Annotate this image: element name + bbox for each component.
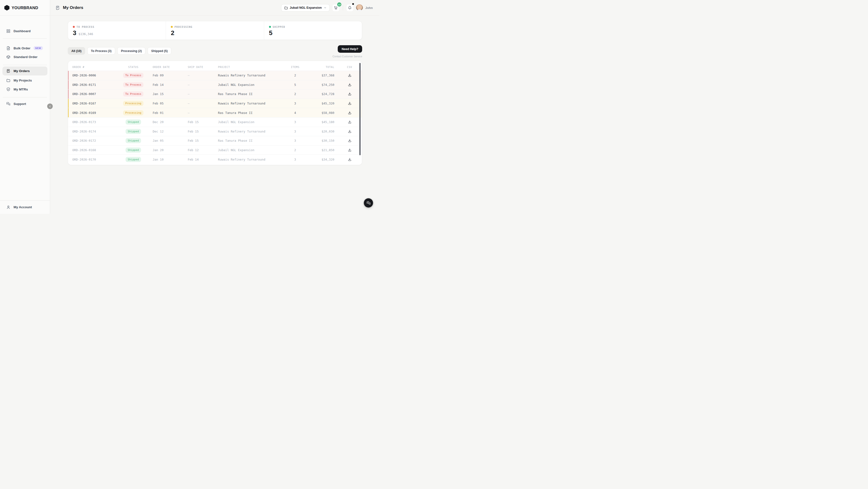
status-cell: To Process [119, 91, 148, 97]
cart-count-badge: 13 [337, 2, 341, 6]
order-date: Feb 14 [148, 83, 183, 87]
brand-logo: YOURBRAND [0, 0, 50, 16]
order-number: ORD-2026-0171 [68, 83, 119, 87]
order-total: $24,728 [305, 92, 341, 96]
table-scrollbar[interactable] [359, 63, 361, 155]
app-window: YOURBRAND Dashboard Bulk Order NEW [0, 0, 379, 214]
status-cell: Shipped [119, 129, 148, 134]
ship-date: Feb 15 [183, 120, 213, 124]
cart-button[interactable]: 13 [332, 4, 340, 11]
sidebar-item-standard-order[interactable]: Standard Order [0, 53, 50, 61]
status-badge: To Process [123, 91, 144, 97]
sidebar-item-support[interactable]: Support [0, 100, 50, 108]
items-count: 4 [285, 111, 305, 115]
chat-fab-button[interactable] [364, 198, 373, 207]
items-count: 3 [285, 130, 305, 133]
csv-download-button[interactable] [346, 82, 353, 88]
csv-download-button[interactable] [346, 72, 353, 78]
status-badge: To Process [123, 73, 144, 78]
ship-date: – [183, 111, 213, 115]
col-order: ORDER # [68, 66, 119, 68]
sidebar: YOURBRAND Dashboard Bulk Order NEW [0, 0, 50, 214]
csv-download-button[interactable] [346, 128, 353, 134]
sidebar-item-my-account[interactable]: My Account [0, 200, 50, 214]
items-count: 3 [285, 102, 305, 105]
tab-shipped[interactable]: Shipped (5) [148, 47, 171, 55]
sidebar-item-my-orders[interactable]: My Orders [2, 66, 48, 75]
sidebar-item-label: Bulk Order [13, 46, 30, 50]
shield-check-icon [6, 87, 10, 91]
status-cell: Shipped [119, 138, 148, 143]
tab-to-process[interactable]: To Process (3) [87, 47, 115, 55]
status-cell: Shipped [119, 148, 148, 153]
grid-icon [6, 29, 10, 33]
status-dot-green [269, 26, 271, 28]
csv-download-button[interactable] [346, 138, 353, 144]
sidebar-item-label: Support [13, 102, 26, 106]
csv-download-button[interactable] [346, 109, 353, 116]
sidebar-item-my-mtrs[interactable]: My MTRs [0, 85, 50, 93]
status-cell: Processing [119, 110, 148, 116]
order-total: $20,030 [305, 130, 341, 133]
project-selector[interactable]: Jubail NGL Expansion [281, 4, 330, 11]
ship-date: Feb 15 [183, 130, 213, 133]
cart-icon [334, 6, 338, 10]
folder-icon [284, 6, 288, 10]
table-row[interactable]: ORD-2026-0171 To Process Feb 14 – Jubail… [68, 80, 362, 90]
download-icon [348, 139, 351, 142]
download-icon [348, 158, 351, 161]
project-name: Jubail NGL Expansion [213, 120, 285, 124]
col-csv: CSV [341, 66, 362, 68]
table-row[interactable]: ORD-2026-0170 Shipped Jan 10 Feb 14 Ruwa… [68, 155, 362, 164]
messages-icon [6, 102, 10, 106]
table-row[interactable]: ORD-2026-0172 Shipped Jan 05 Feb 15 Ras … [68, 136, 362, 145]
download-icon [348, 111, 351, 115]
table-row[interactable]: ORD-2026-0168 Shipped Jan 20 Feb 12 Juba… [68, 145, 362, 155]
table-row[interactable]: ORD-2026-0007 To Process Jan 15 – Ras Ta… [68, 89, 362, 99]
table-row[interactable]: ORD-2026-0006 To Process Feb 09 – Ruwais… [68, 71, 362, 80]
content: TO PROCESS 3 $136,346 PROCESSING 2 [50, 16, 379, 165]
avatar[interactable] [356, 4, 363, 11]
csv-download-button[interactable] [346, 156, 353, 163]
stat-shipped: SHIPPED 5 [264, 21, 362, 40]
items-count: 2 [285, 92, 305, 96]
ship-date: – [183, 92, 213, 96]
table-row[interactable]: ORD-2026-0173 Shipped Dec 20 Feb 15 Juba… [68, 117, 362, 127]
project-name: Ras Tanura Phase II [213, 139, 285, 142]
items-count: 3 [285, 139, 305, 142]
chevron-down-icon [324, 6, 327, 9]
tab-processing[interactable]: Processing (2) [117, 47, 145, 55]
csv-download-button[interactable] [346, 119, 353, 125]
ship-date: Feb 14 [183, 158, 213, 161]
order-number: ORD-2026-0169 [68, 111, 119, 115]
table-row[interactable]: ORD-2026-0167 Processing Feb 05 – Ruwais… [68, 99, 362, 108]
sidebar-collapse-button[interactable] [47, 103, 53, 109]
notifications-button[interactable] [346, 4, 354, 11]
main-area: My Orders Jubail NGL Expansion 13 [50, 0, 379, 214]
csv-download-button[interactable] [346, 91, 353, 97]
user-icon [6, 205, 10, 209]
download-icon [348, 102, 351, 105]
items-count: 2 [285, 148, 305, 152]
csv-download-button[interactable] [346, 100, 353, 107]
ship-date: – [183, 73, 213, 77]
order-total: $30,150 [305, 139, 341, 142]
sidebar-item-bulk-order[interactable]: Bulk Order NEW [0, 44, 50, 52]
csv-download-button[interactable] [346, 147, 353, 153]
project-name: Ruwais Refinery Turnaround [213, 130, 285, 133]
sidebar-item-dashboard[interactable]: Dashboard [0, 27, 50, 35]
sidebar-item-my-projects[interactable]: My Projects [0, 76, 50, 85]
order-total: $45,320 [305, 102, 341, 105]
tab-all[interactable]: All (10) [68, 47, 85, 55]
items-count: 5 [285, 83, 305, 87]
project-name: Ruwais Refinery Turnaround [213, 102, 285, 105]
sidebar-item-label: Standard Order [13, 55, 37, 59]
order-number: ORD-2026-0174 [68, 130, 119, 133]
table-row[interactable]: ORD-2026-0174 Shipped Dec 12 Feb 15 Ruwa… [68, 127, 362, 136]
folder-icon [6, 78, 10, 83]
need-help-button[interactable]: Need Help? [338, 45, 362, 53]
stat-to-process: TO PROCESS 3 $136,346 [68, 21, 166, 40]
table-row[interactable]: ORD-2026-0169 Processing Feb 01 – Ras Ta… [68, 108, 362, 117]
status-cell: To Process [119, 73, 148, 78]
status-cell: To Process [119, 82, 148, 87]
